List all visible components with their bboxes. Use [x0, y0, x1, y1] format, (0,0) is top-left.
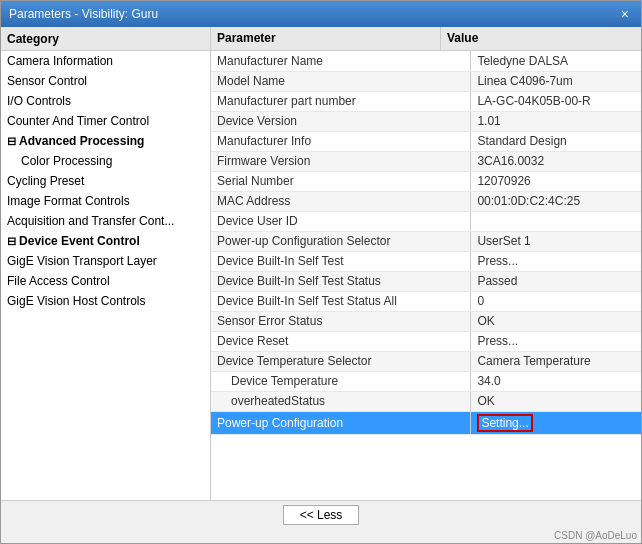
bottom-bar: << Less — [1, 500, 641, 528]
table-row[interactable]: overheatedStatusOK — [211, 391, 641, 411]
param-cell: Manufacturer part number — [211, 91, 471, 111]
value-cell: OK — [471, 391, 641, 411]
sidebar-item-counter-timer[interactable]: Counter And Timer Control — [1, 111, 210, 131]
value-cell: OK — [471, 311, 641, 331]
value-cell: Linea C4096-7um — [471, 71, 641, 91]
value-cell: Press... — [471, 331, 641, 351]
param-cell: MAC Address — [211, 191, 471, 211]
sidebar-item-gige-transport[interactable]: GigE Vision Transport Layer — [1, 251, 210, 271]
param-cell: Power-up Configuration — [211, 411, 471, 434]
table-row[interactable]: Manufacturer InfoStandard Design — [211, 131, 641, 151]
param-cell: Device User ID — [211, 211, 471, 231]
param-cell: Device Reset — [211, 331, 471, 351]
table-row[interactable]: Power-up ConfigurationSetting... — [211, 411, 641, 434]
param-cell: Device Built-In Self Test — [211, 251, 471, 271]
params-table: Manufacturer NameTeledyne DALSAModel Nam… — [211, 51, 641, 435]
param-cell: Manufacturer Info — [211, 131, 471, 151]
table-row[interactable]: Device User ID — [211, 211, 641, 231]
table-row[interactable]: Model NameLinea C4096-7um — [211, 71, 641, 91]
sidebar-item-cycling-preset[interactable]: Cycling Preset — [1, 171, 210, 191]
value-highlight-box: Setting... — [477, 414, 532, 432]
param-cell: Device Built-In Self Test Status — [211, 271, 471, 291]
sidebar-item-gige-host[interactable]: GigE Vision Host Controls — [1, 291, 210, 311]
param-cell: overheatedStatus — [211, 391, 471, 411]
params-table-container: Manufacturer NameTeledyne DALSAModel Nam… — [211, 51, 641, 500]
table-row[interactable]: Serial Number12070926 — [211, 171, 641, 191]
category-list: Camera InformationSensor ControlI/O Cont… — [1, 51, 210, 500]
params-header: Parameter Value — [211, 27, 641, 51]
sidebar-item-sensor-control[interactable]: Sensor Control — [1, 71, 210, 91]
param-cell: Firmware Version — [211, 151, 471, 171]
watermark: CSDN @AoDeLuo — [1, 528, 641, 543]
sidebar-item-acquisition[interactable]: Acquisition and Transfer Cont... — [1, 211, 210, 231]
table-row[interactable]: Device Built-In Self Test StatusPassed — [211, 271, 641, 291]
table-row[interactable]: Power-up Configuration SelectorUserSet 1 — [211, 231, 641, 251]
param-cell: Serial Number — [211, 171, 471, 191]
value-col-header: Value — [441, 27, 641, 50]
value-cell: LA-GC-04K05B-00-R — [471, 91, 641, 111]
right-panel: Parameter Value Manufacturer NameTeledyn… — [211, 27, 641, 500]
sidebar-item-io-controls[interactable]: I/O Controls — [1, 91, 210, 111]
sidebar-item-file-access[interactable]: File Access Control — [1, 271, 210, 291]
value-cell: 12070926 — [471, 171, 641, 191]
main-window: Parameters - Visibility: Guru × Category… — [0, 0, 642, 544]
param-col-header: Parameter — [211, 27, 441, 50]
sidebar-item-camera-information[interactable]: Camera Information — [1, 51, 210, 71]
value-cell: Press... — [471, 251, 641, 271]
sidebar-item-advanced-processing[interactable]: Advanced Processing — [1, 131, 210, 151]
value-cell: 3CA16.0032 — [471, 151, 641, 171]
sidebar-item-color-processing[interactable]: Color Processing — [1, 151, 210, 171]
param-cell: Device Temperature — [211, 371, 471, 391]
table-row[interactable]: Manufacturer part numberLA-GC-04K05B-00-… — [211, 91, 641, 111]
table-row[interactable]: Sensor Error StatusOK — [211, 311, 641, 331]
table-row[interactable]: Device Temperature34.0 — [211, 371, 641, 391]
sidebar-item-device-event[interactable]: Device Event Control — [1, 231, 210, 251]
value-cell: Teledyne DALSA — [471, 51, 641, 71]
value-cell: UserSet 1 — [471, 231, 641, 251]
title-bar: Parameters - Visibility: Guru × — [1, 1, 641, 27]
param-cell: Model Name — [211, 71, 471, 91]
less-button[interactable]: << Less — [283, 505, 360, 525]
param-cell: Device Version — [211, 111, 471, 131]
value-cell: Passed — [471, 271, 641, 291]
value-cell: Camera Temperature — [471, 351, 641, 371]
param-cell: Device Built-In Self Test Status All — [211, 291, 471, 311]
window-title: Parameters - Visibility: Guru — [9, 7, 158, 21]
param-cell: Sensor Error Status — [211, 311, 471, 331]
value-cell: Setting... — [471, 411, 641, 434]
table-row[interactable]: Device Built-In Self Test Status All0 — [211, 291, 641, 311]
value-cell: 0 — [471, 291, 641, 311]
value-cell — [471, 211, 641, 231]
table-row[interactable]: Device Version1.01 — [211, 111, 641, 131]
left-panel: Category Camera InformationSensor Contro… — [1, 27, 211, 500]
close-button[interactable]: × — [617, 7, 633, 21]
param-cell: Manufacturer Name — [211, 51, 471, 71]
value-cell: 00:01:0D:C2:4C:25 — [471, 191, 641, 211]
table-row[interactable]: Device Temperature SelectorCamera Temper… — [211, 351, 641, 371]
content-area: Category Camera InformationSensor Contro… — [1, 27, 641, 500]
table-row[interactable]: Firmware Version3CA16.0032 — [211, 151, 641, 171]
table-row[interactable]: Device Built-In Self TestPress... — [211, 251, 641, 271]
value-cell: 1.01 — [471, 111, 641, 131]
table-row[interactable]: MAC Address00:01:0D:C2:4C:25 — [211, 191, 641, 211]
category-header: Category — [1, 27, 210, 51]
param-cell: Device Temperature Selector — [211, 351, 471, 371]
value-cell: Standard Design — [471, 131, 641, 151]
value-cell: 34.0 — [471, 371, 641, 391]
table-row[interactable]: Manufacturer NameTeledyne DALSA — [211, 51, 641, 71]
sidebar-item-image-format[interactable]: Image Format Controls — [1, 191, 210, 211]
table-row[interactable]: Device ResetPress... — [211, 331, 641, 351]
param-cell: Power-up Configuration Selector — [211, 231, 471, 251]
